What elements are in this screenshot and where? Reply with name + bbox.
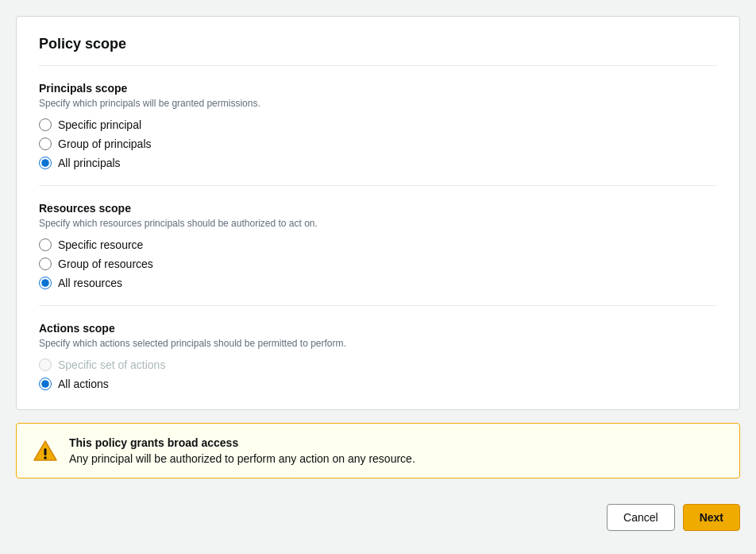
warning-content: This policy grants broad access Any prin…	[69, 436, 415, 465]
warning-text: Any principal will be authorized to perf…	[69, 452, 415, 465]
resources-scope-section: Resources scope Specify which resources …	[39, 185, 717, 289]
group-of-resources-option[interactable]: Group of resources	[39, 258, 717, 270]
resources-scope-title: Resources scope	[39, 202, 717, 215]
actions-scope-description: Specify which actions selected principal…	[39, 338, 717, 349]
footer: Cancel Next	[16, 491, 740, 537]
card-title: Policy scope	[39, 36, 717, 66]
svg-point-2	[44, 456, 47, 459]
group-of-resources-radio[interactable]	[39, 258, 52, 270]
all-actions-radio[interactable]	[39, 378, 52, 390]
principals-scope-title: Principals scope	[39, 82, 717, 95]
next-button[interactable]: Next	[683, 504, 740, 531]
principals-scope-description: Specify which principals will be granted…	[39, 98, 717, 109]
policy-scope-card: Policy scope Principals scope Specify wh…	[16, 16, 740, 410]
specific-resource-option[interactable]: Specific resource	[39, 238, 717, 251]
all-principals-radio[interactable]	[39, 157, 52, 169]
all-resources-radio[interactable]	[39, 277, 52, 289]
group-of-principals-option[interactable]: Group of principals	[39, 138, 717, 150]
page-container: Policy scope Principals scope Specify wh…	[16, 16, 740, 537]
specific-principal-option[interactable]: Specific principal	[39, 118, 717, 131]
principals-scope-section: Principals scope Specify which principal…	[39, 82, 717, 169]
group-of-resources-label: Group of resources	[58, 258, 153, 270]
specific-principal-label: Specific principal	[58, 118, 141, 131]
group-of-principals-label: Group of principals	[58, 138, 152, 150]
specific-resource-radio[interactable]	[39, 238, 52, 251]
warning-banner: This policy grants broad access Any prin…	[16, 423, 740, 478]
resources-radio-group: Specific resource Group of resources All…	[39, 238, 717, 289]
all-principals-label: All principals	[58, 157, 121, 169]
all-actions-label: All actions	[58, 378, 109, 390]
specific-set-actions-label: Specific set of actions	[58, 358, 165, 371]
specific-resource-label: Specific resource	[58, 238, 143, 251]
group-of-principals-radio[interactable]	[39, 138, 52, 150]
cancel-button[interactable]: Cancel	[607, 504, 675, 531]
actions-scope-title: Actions scope	[39, 322, 717, 335]
specific-principal-radio[interactable]	[39, 118, 52, 131]
actions-scope-section: Actions scope Specify which actions sele…	[39, 305, 717, 390]
svg-rect-1	[44, 448, 47, 455]
principals-radio-group: Specific principal Group of principals A…	[39, 118, 717, 169]
actions-radio-group: Specific set of actions All actions	[39, 358, 717, 390]
warning-title: This policy grants broad access	[69, 436, 415, 449]
specific-set-actions-option[interactable]: Specific set of actions	[39, 358, 717, 371]
all-resources-option[interactable]: All resources	[39, 277, 717, 289]
specific-set-actions-radio[interactable]	[39, 358, 52, 371]
resources-scope-description: Specify which resources principals shoul…	[39, 218, 717, 229]
all-principals-option[interactable]: All principals	[39, 157, 717, 169]
warning-icon	[33, 438, 58, 463]
all-resources-label: All resources	[58, 277, 122, 289]
all-actions-option[interactable]: All actions	[39, 378, 717, 390]
